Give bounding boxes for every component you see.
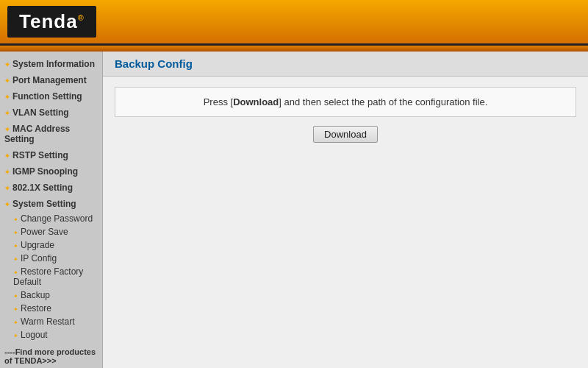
info-text-prefix: Press [ [204,96,233,107]
info-box: Press [Download] and then select the pat… [115,87,576,117]
sidebar-sub-warm-restart[interactable]: Warm Restart [0,315,102,328]
info-text-link: Download [233,96,279,107]
download-button[interactable]: Download [313,126,378,143]
sidebar-footer[interactable]: ----Find more productes of TENDA>>> [0,342,102,368]
sidebar-item-rstp-setting[interactable]: RSTP Setting [0,147,102,163]
logo-text: Tenda® [19,10,85,32]
page-title: Backup Config [115,57,193,70]
button-row: Download [115,126,576,143]
sidebar-item-igmp-snooping[interactable]: IGMP Snooping [0,163,102,180]
sidebar-sub-change-password[interactable]: Change Password [0,212,102,225]
main-content: Backup Config Press [Download] and then … [103,52,588,368]
orange-bar [0,46,588,52]
info-text-suffix: ] and then select the path of the config… [279,96,487,107]
sidebar-sub-restore-factory-default[interactable]: Restore Factory Default [0,265,102,289]
sidebar-sub-power-save[interactable]: Power Save [0,225,102,238]
content-area: Press [Download] and then select the pat… [103,77,588,153]
sidebar-item-function-setting[interactable]: Function Setting [0,88,102,105]
sidebar-sub-ip-config[interactable]: IP Config [0,252,102,265]
logo-box: Tenda® [7,6,96,38]
sidebar-item-mac-address-setting[interactable]: MAC Address Setting [0,121,102,147]
sidebar-item-port-management[interactable]: Port Management [0,72,102,88]
header: Tenda® [0,0,588,46]
sidebar-sub-upgrade[interactable]: Upgrade [0,238,102,252]
sidebar-sub-backup[interactable]: Backup [0,289,102,302]
sidebar-sub-restore[interactable]: Restore [0,302,102,315]
sidebar-item-802-1x-setting[interactable]: 802.1X Setting [0,180,102,196]
logo-registered: ® [78,13,85,22]
sidebar: System Information Port Management Funct… [0,52,103,368]
sidebar-item-system-setting[interactable]: System Setting [0,196,102,212]
sidebar-item-vlan-setting[interactable]: VLAN Setting [0,105,102,121]
layout: System Information Port Management Funct… [0,52,588,368]
page-title-bar: Backup Config [103,52,588,77]
sidebar-item-system-information[interactable]: System Information [0,56,102,72]
sidebar-sub-logout[interactable]: Logout [0,328,102,342]
